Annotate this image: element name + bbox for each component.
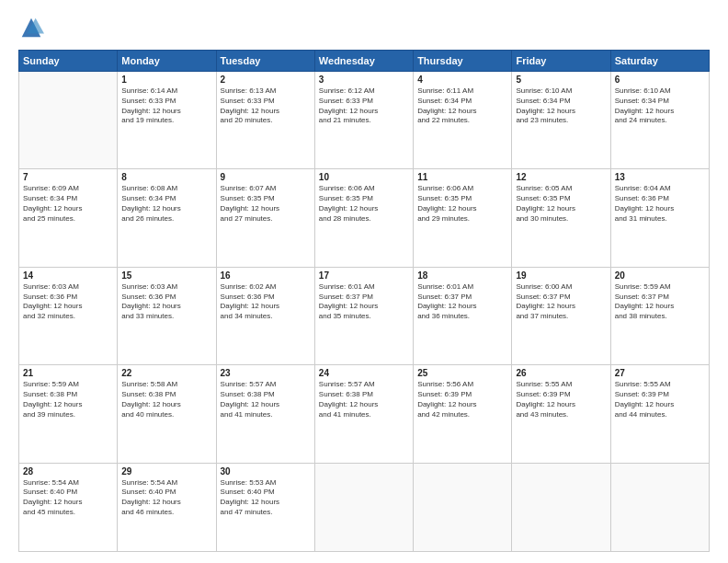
cell-info: Sunrise: 6:10 AM Sunset: 6:34 PM Dayligh… bbox=[615, 86, 705, 126]
day-number: 29 bbox=[121, 466, 211, 477]
day-number: 14 bbox=[23, 270, 113, 281]
calendar-cell bbox=[610, 463, 709, 552]
calendar-cell: 30Sunrise: 5:53 AM Sunset: 6:40 PM Dayli… bbox=[216, 463, 314, 552]
calendar-cell: 11Sunrise: 6:06 AM Sunset: 6:35 PM Dayli… bbox=[414, 169, 512, 267]
cell-info: Sunrise: 6:06 AM Sunset: 6:35 PM Dayligh… bbox=[417, 184, 507, 224]
day-number: 23 bbox=[221, 368, 311, 378]
day-number: 4 bbox=[417, 75, 507, 85]
calendar-cell: 3Sunrise: 6:12 AM Sunset: 6:33 PM Daylig… bbox=[314, 72, 413, 169]
calendar-cell: 8Sunrise: 6:08 AM Sunset: 6:34 PM Daylig… bbox=[118, 169, 216, 267]
day-number: 12 bbox=[516, 172, 606, 182]
calendar-cell: 20Sunrise: 5:59 AM Sunset: 6:37 PM Dayli… bbox=[610, 267, 709, 364]
cell-info: Sunrise: 6:01 AM Sunset: 6:37 PM Dayligh… bbox=[417, 282, 507, 322]
day-number: 21 bbox=[23, 368, 113, 378]
calendar-cell: 29Sunrise: 5:54 AM Sunset: 6:40 PM Dayli… bbox=[118, 463, 216, 552]
calendar-cell: 14Sunrise: 6:03 AM Sunset: 6:36 PM Dayli… bbox=[19, 267, 118, 364]
calendar-cell: 19Sunrise: 6:00 AM Sunset: 6:37 PM Dayli… bbox=[512, 267, 610, 364]
cell-info: Sunrise: 6:12 AM Sunset: 6:33 PM Dayligh… bbox=[319, 86, 409, 126]
day-header-sunday: Sunday bbox=[19, 51, 118, 72]
day-number: 9 bbox=[221, 172, 311, 182]
day-header-friday: Friday bbox=[512, 51, 610, 72]
calendar-cell bbox=[19, 72, 118, 169]
cell-info: Sunrise: 6:08 AM Sunset: 6:34 PM Dayligh… bbox=[121, 184, 211, 224]
day-number: 26 bbox=[516, 368, 606, 378]
day-header-saturday: Saturday bbox=[610, 51, 709, 72]
calendar-cell: 7Sunrise: 6:09 AM Sunset: 6:34 PM Daylig… bbox=[19, 169, 118, 267]
calendar-cell: 1Sunrise: 6:14 AM Sunset: 6:33 PM Daylig… bbox=[118, 72, 216, 169]
day-number: 28 bbox=[23, 466, 113, 477]
day-number: 27 bbox=[615, 368, 705, 378]
day-number: 8 bbox=[121, 172, 211, 182]
cell-info: Sunrise: 5:55 AM Sunset: 6:39 PM Dayligh… bbox=[615, 380, 705, 419]
cell-info: Sunrise: 5:58 AM Sunset: 6:38 PM Dayligh… bbox=[121, 380, 211, 419]
calendar-cell: 26Sunrise: 5:55 AM Sunset: 6:39 PM Dayli… bbox=[512, 365, 610, 463]
logo-icon bbox=[18, 15, 44, 40]
calendar-week-row: 21Sunrise: 5:59 AM Sunset: 6:38 PM Dayli… bbox=[19, 365, 710, 463]
day-number: 5 bbox=[516, 75, 606, 85]
cell-info: Sunrise: 6:05 AM Sunset: 6:35 PM Dayligh… bbox=[516, 184, 606, 224]
calendar-cell: 2Sunrise: 6:13 AM Sunset: 6:33 PM Daylig… bbox=[216, 72, 314, 169]
calendar-cell bbox=[314, 463, 413, 552]
cell-info: Sunrise: 5:54 AM Sunset: 6:40 PM Dayligh… bbox=[121, 478, 211, 518]
calendar-cell: 4Sunrise: 6:11 AM Sunset: 6:34 PM Daylig… bbox=[414, 72, 512, 169]
day-number: 16 bbox=[221, 270, 311, 281]
cell-info: Sunrise: 5:55 AM Sunset: 6:39 PM Dayligh… bbox=[516, 380, 606, 419]
cell-info: Sunrise: 6:03 AM Sunset: 6:36 PM Dayligh… bbox=[23, 282, 113, 322]
cell-info: Sunrise: 6:06 AM Sunset: 6:35 PM Dayligh… bbox=[319, 184, 409, 224]
calendar-header-row: SundayMondayTuesdayWednesdayThursdayFrid… bbox=[19, 51, 710, 72]
calendar-cell: 16Sunrise: 6:02 AM Sunset: 6:36 PM Dayli… bbox=[216, 267, 314, 364]
calendar-cell: 24Sunrise: 5:57 AM Sunset: 6:38 PM Dayli… bbox=[314, 365, 413, 463]
header bbox=[18, 15, 710, 40]
day-number: 7 bbox=[23, 172, 113, 182]
calendar-cell: 5Sunrise: 6:10 AM Sunset: 6:34 PM Daylig… bbox=[512, 72, 610, 169]
calendar-cell: 10Sunrise: 6:06 AM Sunset: 6:35 PM Dayli… bbox=[314, 169, 413, 267]
cell-info: Sunrise: 5:56 AM Sunset: 6:39 PM Dayligh… bbox=[417, 380, 507, 419]
cell-info: Sunrise: 5:53 AM Sunset: 6:40 PM Dayligh… bbox=[221, 478, 311, 518]
cell-info: Sunrise: 6:00 AM Sunset: 6:37 PM Dayligh… bbox=[516, 282, 606, 322]
calendar-cell: 13Sunrise: 6:04 AM Sunset: 6:36 PM Dayli… bbox=[610, 169, 709, 267]
cell-info: Sunrise: 5:59 AM Sunset: 6:38 PM Dayligh… bbox=[23, 380, 113, 419]
calendar-cell bbox=[512, 463, 610, 552]
day-number: 17 bbox=[319, 270, 409, 281]
page: SundayMondayTuesdayWednesdayThursdayFrid… bbox=[0, 0, 728, 563]
cell-info: Sunrise: 6:01 AM Sunset: 6:37 PM Dayligh… bbox=[319, 282, 409, 322]
calendar-cell: 9Sunrise: 6:07 AM Sunset: 6:35 PM Daylig… bbox=[216, 169, 314, 267]
day-number: 18 bbox=[417, 270, 507, 281]
cell-info: Sunrise: 6:14 AM Sunset: 6:33 PM Dayligh… bbox=[121, 86, 211, 126]
day-number: 24 bbox=[319, 368, 409, 378]
day-number: 30 bbox=[221, 466, 311, 477]
day-number: 22 bbox=[121, 368, 211, 378]
cell-info: Sunrise: 6:02 AM Sunset: 6:36 PM Dayligh… bbox=[221, 282, 311, 322]
cell-info: Sunrise: 6:11 AM Sunset: 6:34 PM Dayligh… bbox=[417, 86, 507, 126]
day-number: 3 bbox=[319, 75, 409, 85]
cell-info: Sunrise: 6:13 AM Sunset: 6:33 PM Dayligh… bbox=[221, 86, 311, 126]
cell-info: Sunrise: 6:09 AM Sunset: 6:34 PM Dayligh… bbox=[23, 184, 113, 224]
day-number: 2 bbox=[221, 75, 311, 85]
calendar-cell bbox=[414, 463, 512, 552]
day-number: 13 bbox=[615, 172, 705, 182]
cell-info: Sunrise: 5:54 AM Sunset: 6:40 PM Dayligh… bbox=[23, 478, 113, 518]
day-number: 20 bbox=[615, 270, 705, 281]
day-header-wednesday: Wednesday bbox=[314, 51, 413, 72]
cell-info: Sunrise: 6:04 AM Sunset: 6:36 PM Dayligh… bbox=[615, 184, 705, 224]
calendar-cell: 6Sunrise: 6:10 AM Sunset: 6:34 PM Daylig… bbox=[610, 72, 709, 169]
day-number: 25 bbox=[417, 368, 507, 378]
calendar-week-row: 1Sunrise: 6:14 AM Sunset: 6:33 PM Daylig… bbox=[19, 72, 710, 169]
day-number: 1 bbox=[121, 75, 211, 85]
calendar-table: SundayMondayTuesdayWednesdayThursdayFrid… bbox=[18, 50, 710, 552]
calendar-cell: 22Sunrise: 5:58 AM Sunset: 6:38 PM Dayli… bbox=[118, 365, 216, 463]
calendar-cell: 18Sunrise: 6:01 AM Sunset: 6:37 PM Dayli… bbox=[414, 267, 512, 364]
calendar-week-row: 7Sunrise: 6:09 AM Sunset: 6:34 PM Daylig… bbox=[19, 169, 710, 267]
logo bbox=[18, 15, 48, 40]
calendar-cell: 12Sunrise: 6:05 AM Sunset: 6:35 PM Dayli… bbox=[512, 169, 610, 267]
day-header-monday: Monday bbox=[118, 51, 216, 72]
calendar-cell: 28Sunrise: 5:54 AM Sunset: 6:40 PM Dayli… bbox=[19, 463, 118, 552]
cell-info: Sunrise: 6:03 AM Sunset: 6:36 PM Dayligh… bbox=[121, 282, 211, 322]
calendar-week-row: 28Sunrise: 5:54 AM Sunset: 6:40 PM Dayli… bbox=[19, 463, 710, 552]
day-number: 10 bbox=[319, 172, 409, 182]
cell-info: Sunrise: 5:57 AM Sunset: 6:38 PM Dayligh… bbox=[221, 380, 311, 419]
calendar-cell: 17Sunrise: 6:01 AM Sunset: 6:37 PM Dayli… bbox=[314, 267, 413, 364]
cell-info: Sunrise: 5:57 AM Sunset: 6:38 PM Dayligh… bbox=[319, 380, 409, 419]
day-header-thursday: Thursday bbox=[414, 51, 512, 72]
calendar-cell: 23Sunrise: 5:57 AM Sunset: 6:38 PM Dayli… bbox=[216, 365, 314, 463]
